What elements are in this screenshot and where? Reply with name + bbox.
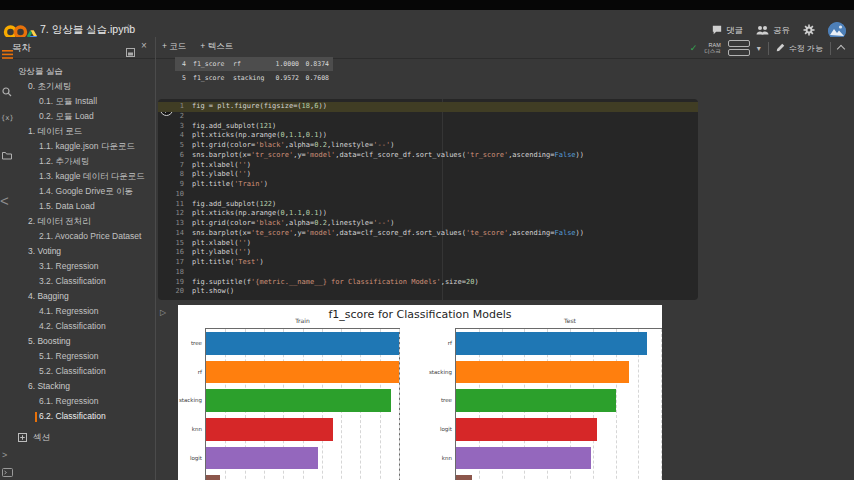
toc-item[interactable]: 5. Boosting [0,334,154,349]
code-token: False [555,151,576,159]
comment-button[interactable]: 댓글 [712,25,743,37]
code-token: 1.1 [289,131,302,139]
code-token: ) [272,200,276,208]
toc-item[interactable]: 1. 데이터 로드 [0,124,154,139]
code-token: 121 [259,122,272,130]
y-tick-label: logit [178,455,202,461]
code-line[interactable]: 19fig.suptitle(f'{metric.__name__} for C… [158,278,698,288]
code-token: ,linestyle= [327,141,373,149]
add-section-button[interactable]: 섹션 [18,432,50,444]
add-code-button[interactable]: + 코드 [162,41,186,53]
code-token: ,ascending= [508,151,554,159]
line-number: 3 [158,122,184,132]
colab-window: 7. 앙상블 실습.ipynb ☆ 파일수정보기삽입런타임도구도움말 모든 변경… [0,0,854,480]
share-button[interactable]: 공유 [756,25,790,37]
expand-panel-icon[interactable]: > [2,450,7,460]
y-tick-label: knn [178,426,202,432]
code-line[interactable]: 10 [158,190,698,200]
toc-item[interactable]: 1.2. 추가세팅 [0,154,154,169]
code-line[interactable]: 3fig.add_subplot(121) [158,122,698,132]
code-token: )) [318,102,326,110]
toc-item[interactable]: 1.3. kaggle 데이터 다운로드 [0,169,154,184]
collapse-header-icon[interactable] [837,45,845,53]
code-line[interactable]: 2 [158,112,698,122]
code-token: 'te_score' [466,229,508,237]
subplot-title: Test [455,317,662,324]
bar-knn [206,418,333,441]
toc-item[interactable]: 0. 초기세팅 [0,79,154,94]
dock-panel-icon[interactable] [126,43,135,61]
close-panel-icon[interactable]: × [141,40,147,51]
code-token: ) [264,180,268,188]
code-line[interactable]: 6sns.barplot(x='tr_score',y='model',data… [158,151,698,161]
output-marker-icon[interactable]: ▷ [160,308,166,317]
code-line[interactable]: 4plt.xticks(np.arange(0,1.1,0.1)) [158,131,698,141]
code-line[interactable]: 11fig.add_subplot(122) [158,200,698,210]
code-line[interactable]: 14sns.barplot(x='te_score',y='model',dat… [158,229,698,239]
table-cell: f1_score [193,71,233,85]
code-token: ) [247,239,251,247]
star-icon[interactable]: ☆ [124,22,133,33]
line-number: 8 [158,170,184,180]
toc-item[interactable]: 0.2. 모듈 Load [0,109,154,124]
code-token: 'Test' [234,258,259,266]
toc-item[interactable]: 3.1. Regression [0,259,154,274]
toc-item[interactable]: 5.1. Regression [0,349,154,364]
notebook-header: 7. 앙상블 실습.ipynb ☆ 파일수정보기삽입런타임도구도움말 모든 변경… [0,10,854,37]
toc-item[interactable]: 6. Stacking [0,379,154,394]
line-number: 18 [158,268,184,278]
toc-item[interactable]: 4. Bagging [0,289,154,304]
resource-gauges[interactable] [728,40,750,56]
toc-item[interactable]: 앙상블 실습 [0,64,154,79]
code-line[interactable]: 8plt.ylabel('') [158,170,698,180]
toc-item[interactable]: 3. Voting [0,244,154,259]
code-token: False [555,229,576,237]
toc-item[interactable]: 0.1. 모듈 Install [0,94,154,109]
toc-item[interactable]: 2. 데이터 전처리 [0,214,154,229]
code-token: 18 [302,102,310,110]
toc-item[interactable]: 5.2. Classification [0,364,154,379]
code-line[interactable]: 1fig = plt.figure(figsize=(18,6)) [158,102,698,112]
toc-item[interactable]: 4.1. Regression [0,304,154,319]
toc-item[interactable]: 6.2. Classification [0,409,154,424]
table-row: 4f1_scorerf1.00000.8374 [175,57,333,71]
toc-item[interactable]: 3.2. Classification [0,274,154,289]
toc-item[interactable]: 4.2. Classification [0,319,154,334]
code-token: ,y= [293,151,306,159]
code-token: 'tr_score' [251,151,293,159]
toc-item[interactable]: 1.5. Data Load [0,199,154,214]
people-icon [756,25,769,37]
code-token: ) [247,170,251,178]
code-token: plt.xticks(np.arange( [192,131,281,139]
toc-item[interactable]: 1.4. Google Drive로 이동 [0,184,154,199]
bar-stacking [456,361,629,384]
code-line[interactable]: 18 [158,268,698,278]
code-line[interactable]: 5plt.grid(color='black',alpha=0.2,linest… [158,141,698,151]
code-line[interactable]: 16plt.ylabel('') [158,248,698,258]
toc-item[interactable]: 1.1. kaggle.json 다운로드 [0,139,154,154]
code-line[interactable]: 20plt.show() [158,287,698,297]
code-cell[interactable]: 1fig = plt.figure(figsize=(18,6))23fig.a… [158,99,698,300]
add-text-button[interactable]: + 텍스트 [200,41,233,53]
table-row: 5f1_scorestacking0.95720.7608 [175,71,333,85]
code-token: )) [576,229,584,237]
code-line[interactable]: 15plt.xlabel('') [158,239,698,249]
subplot-title: Train [205,317,400,324]
toc-panel-title: 목차 [12,42,31,55]
code-line[interactable]: 7plt.xlabel('') [158,161,698,171]
notebook-title[interactable]: 7. 앙상블 실습.ipynb [40,23,135,37]
code-line[interactable]: 9plt.title('Train') [158,180,698,190]
plus-box-icon [18,433,27,444]
toc-item[interactable]: 6.1. Regression [0,394,154,409]
code-line[interactable]: 17plt.title('Test') [158,258,698,268]
edit-mode-button[interactable]: 수정 가능 [776,43,823,54]
toc-item[interactable]: 2.1. Avocado Price Dataset [0,229,154,244]
code-token: ) [390,219,394,227]
code-line[interactable]: 13plt.grid(color='black',alpha=0.2,lines… [158,219,698,229]
terminal-icon[interactable] [1,463,13,480]
code-token: )) [576,151,584,159]
code-line[interactable]: 12plt.xticks(np.arange(0,1.1,0.1)) [158,209,698,219]
code-editor[interactable]: 1fig = plt.figure(figsize=(18,6))23fig.a… [158,102,698,297]
resources-dropdown-icon[interactable]: ▾ [757,44,761,53]
code-token: ,data=clf_score_df.sort_values( [335,229,466,237]
